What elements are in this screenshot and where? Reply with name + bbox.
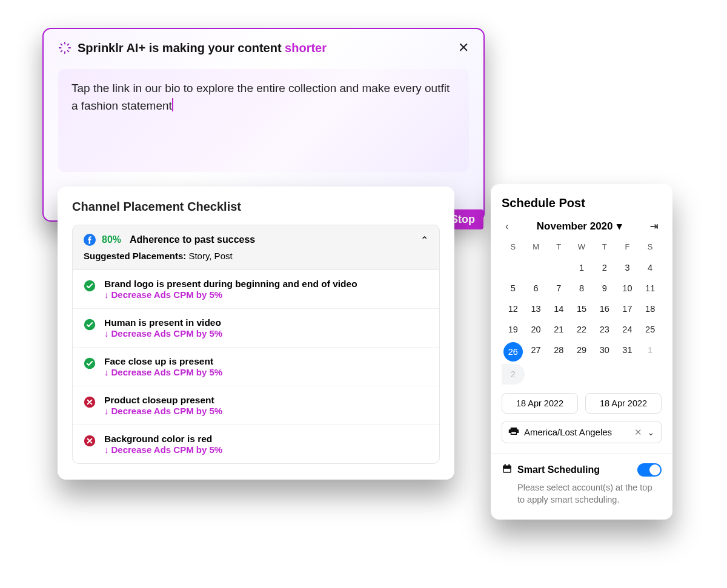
start-date-input[interactable]: 18 Apr 2022 (502, 393, 578, 414)
check-circle-icon (84, 357, 96, 369)
calendar-day[interactable]: 27 (525, 340, 548, 364)
divider (491, 453, 672, 454)
sparkle-icon (58, 41, 71, 55)
calendar-dow: F (616, 239, 639, 257)
checklist-item-text: Human is present in video (104, 317, 222, 328)
timezone-select[interactable]: America/Lost Angeles ✕ ⌄ (502, 421, 662, 443)
calendar-empty (525, 257, 548, 278)
checklist-card: Channel Placement Checklist 80% Adherenc… (58, 187, 454, 480)
check-circle-icon (84, 319, 96, 331)
timezone-value: America/Lost Angeles (524, 427, 612, 437)
checklist-item: Product closeup present↓Decrease Ads CPM… (73, 386, 439, 424)
calendar-day[interactable]: 9 (593, 278, 616, 299)
prev-month-icon[interactable]: ‹ (502, 221, 512, 232)
checklist-item-impact: ↓Decrease Ads CPM by 5% (104, 444, 222, 455)
ai-title-prefix: Sprinklr AI+ is making your content (78, 41, 285, 55)
printer-icon (508, 426, 519, 438)
check-circle-icon (84, 280, 96, 292)
svg-line-7 (68, 44, 69, 45)
suggested-placements: Suggested Placements: Story, Post (84, 251, 428, 261)
checklist-item: Background color is red↓Decrease Ads CPM… (73, 424, 439, 463)
svg-rect-15 (503, 466, 511, 468)
arrow-down-icon: ↓ (104, 444, 109, 455)
checklist-item-text: Product closeup present (104, 395, 222, 406)
calendar-day[interactable]: 31 (616, 340, 639, 364)
calendar-day[interactable]: 29 (570, 340, 593, 364)
checklist-item-impact: ↓Decrease Ads CPM by 5% (104, 367, 222, 377)
arrow-down-icon: ↓ (104, 367, 109, 377)
clear-icon[interactable]: ✕ (634, 427, 642, 438)
calendar-nav: ‹ November 2020 ▾ ⇥ (502, 220, 662, 233)
close-icon[interactable]: ✕ (458, 40, 469, 56)
adherence-label: Adherence to past success (130, 234, 255, 245)
calendar-day[interactable]: 25 (639, 319, 662, 340)
text-cursor (172, 98, 173, 111)
calendar-dow: S (639, 239, 662, 257)
checklist-items: Brand logo is present during beginning a… (72, 270, 440, 464)
calendar-day[interactable]: 14 (547, 299, 570, 319)
svg-line-5 (68, 51, 69, 52)
calendar-empty (547, 257, 570, 278)
calendar-day[interactable]: 5 (502, 278, 525, 299)
x-circle-icon (84, 435, 96, 447)
arrow-down-icon: ↓ (104, 406, 109, 416)
checklist-item: Face close up is present↓Decrease Ads CP… (73, 347, 439, 386)
calendar-day[interactable]: 26 (503, 342, 523, 362)
calendar-day[interactable]: 8 (570, 278, 593, 299)
calendar-day[interactable]: 19 (502, 319, 525, 340)
arrow-down-icon: ↓ (104, 328, 109, 339)
svg-rect-17 (508, 464, 510, 467)
calendar-day[interactable]: 1 (639, 340, 662, 364)
arrow-down-icon: ↓ (104, 289, 109, 300)
calendar-day[interactable]: 21 (547, 319, 570, 340)
schedule-card: Schedule Post ‹ November 2020 ▾ ⇥ SMTWTF… (491, 184, 672, 520)
calendar-day[interactable]: 22 (570, 319, 593, 340)
calendar-day[interactable]: 2 (593, 257, 616, 278)
calendar-day[interactable]: 11 (639, 278, 662, 299)
month-selector[interactable]: November 2020 ▾ (518, 220, 640, 233)
smart-scheduling-label: Smart Scheduling (517, 464, 600, 475)
calendar-day[interactable]: 20 (525, 319, 548, 340)
schedule-title: Schedule Post (502, 196, 662, 210)
chevron-down-icon[interactable]: ⌄ (647, 427, 655, 438)
calendar-day[interactable]: 7 (547, 278, 570, 299)
checklist-header[interactable]: 80% Adherence to past success ⌃ Suggeste… (72, 225, 440, 270)
checklist-item-impact: ↓Decrease Ads CPM by 5% (104, 289, 357, 300)
calendar-day[interactable]: 4 (639, 257, 662, 278)
ai-output-text[interactable]: Tap the link in our bio to explore the e… (58, 69, 469, 172)
calendar-dow: S (502, 239, 525, 257)
calendar-day[interactable]: 2 (502, 364, 525, 385)
calendar-day[interactable]: 18 (639, 299, 662, 319)
calendar-day[interactable]: 10 (616, 278, 639, 299)
calendar-day[interactable]: 17 (616, 299, 639, 319)
checklist-item-text: Face close up is present (104, 356, 222, 367)
checklist-item-impact: ↓Decrease Ads CPM by 5% (104, 406, 222, 416)
svg-rect-18 (504, 469, 511, 472)
calendar-day[interactable]: 3 (616, 257, 639, 278)
calendar-day[interactable]: 1 (570, 257, 593, 278)
next-month-icon[interactable]: ⇥ (646, 220, 662, 232)
svg-line-4 (61, 44, 62, 45)
smart-scheduling-toggle[interactable] (637, 463, 662, 477)
end-date-input[interactable]: 18 Apr 2022 (585, 393, 662, 414)
ai-title-accent: shorter (285, 41, 327, 55)
month-label: November 2020 (537, 220, 613, 233)
checklist-item-text: Background color is red (104, 434, 222, 444)
calendar-day[interactable]: 24 (616, 319, 639, 340)
adherence-percent: 80% (102, 234, 121, 245)
calendar-day[interactable]: 30 (593, 340, 616, 364)
checklist-item: Human is present in video↓Decrease Ads C… (73, 308, 439, 347)
chevron-up-icon[interactable]: ⌃ (420, 234, 428, 246)
calendar-dow: T (593, 239, 616, 257)
calendar-dow: T (547, 239, 570, 257)
calendar-day[interactable]: 28 (547, 340, 570, 364)
calendar-day[interactable]: 23 (593, 319, 616, 340)
smart-scheduling-hint: Please select account(s) at the top to a… (517, 481, 662, 506)
calendar-day[interactable]: 16 (593, 299, 616, 319)
calendar-empty (502, 257, 525, 278)
calendar-day[interactable]: 6 (525, 278, 548, 299)
calendar-day[interactable]: 13 (525, 299, 548, 319)
calendar-day[interactable]: 12 (502, 299, 525, 319)
calendar-dow: M (525, 239, 548, 257)
calendar-day[interactable]: 15 (570, 299, 593, 319)
